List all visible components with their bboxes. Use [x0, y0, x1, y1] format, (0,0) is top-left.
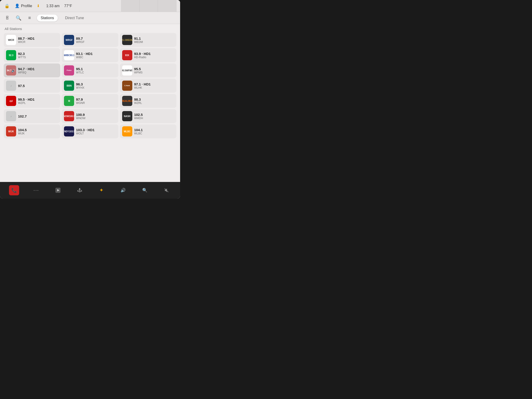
- station-logo: 93X: [122, 50, 132, 60]
- station-callsign: WIBC: [76, 56, 93, 59]
- station-logo: 95.5WFMS: [122, 65, 132, 76]
- station-logo: 94.7 🔊: [6, 65, 16, 76]
- station-logo: BBN: [64, 81, 74, 91]
- station-logo: 92.3: [6, 50, 16, 60]
- station-logo-wrapper: REAL98.3: [122, 96, 132, 106]
- station-frequency: 100.9: [76, 113, 85, 117]
- tab-stations[interactable]: Stations: [37, 14, 58, 21]
- second-bar: 🎚 🔍 ≡ Stations Direct Tune: [0, 12, 180, 24]
- search-bottom-icon[interactable]: 🔍: [140, 186, 149, 195]
- station-callsign: WEDM: [134, 40, 143, 44]
- station-item[interactable]: ♪ 97.5: [4, 79, 60, 93]
- station-info: 95.5 WFMS: [134, 67, 143, 74]
- station-logo: WRGF: [64, 35, 74, 45]
- station-logo-wrapper: WIBC93.1: [64, 50, 74, 60]
- station-frequency: 98.3: [134, 97, 142, 101]
- station-logo-wrapper: ♪: [6, 81, 16, 91]
- station-logo-wrapper: INDY103.5: [64, 126, 74, 136]
- station-logo: 91.1WEDM: [122, 35, 132, 45]
- station-info: 93.9 · HD1 HD-Radio: [134, 52, 151, 59]
- lock-icon[interactable]: 🔒: [4, 3, 10, 9]
- filter-icon[interactable]: ≡: [26, 14, 33, 22]
- profile-label: Profile: [21, 4, 32, 8]
- station-logo-wrapper: Praise: [64, 65, 74, 76]
- station-logo: M: [64, 96, 74, 106]
- station-item[interactable]: WIBC93.1 93.1 · HD1 WIBC: [62, 48, 118, 62]
- station-item[interactable]: zpl 99.5 · HD1 WZPL: [4, 94, 60, 108]
- top-tabs: [121, 0, 176, 12]
- station-item[interactable]: 91.1WEDM 91.1 WEDM: [120, 33, 176, 47]
- volume-icon[interactable]: 🔊: [119, 186, 128, 195]
- station-item[interactable]: WRGF 89.7 WRGF: [62, 33, 118, 47]
- station-item[interactable]: 95.5WFMS 95.5 WFMS: [120, 63, 176, 77]
- station-callsign: WICR: [18, 40, 35, 44]
- station-item[interactable]: WIJK 104.5 WIJK: [4, 124, 60, 138]
- station-item[interactable]: NOW100.9 100.9 WNOW: [62, 109, 118, 123]
- station-item[interactable]: 93X 93.9 · HD1 HD-Radio: [120, 48, 176, 62]
- station-frequency: 96.3: [76, 82, 84, 86]
- bottom-bar: 📞 ··· 🕹 ✦ 🔊 🔍: [0, 182, 180, 199]
- station-item[interactable]: INDY103.5 103.3 · HD1 WOLT: [62, 124, 118, 138]
- station-frequency: 104.1: [134, 128, 143, 132]
- station-item[interactable]: BBN 96.3 WYHX: [62, 79, 118, 93]
- station-item[interactable]: ♪ 102.7: [4, 109, 60, 123]
- station-item[interactable]: C.Hank 97.1 · HD1 WLHK: [120, 79, 176, 93]
- station-item[interactable]: M 97.9 WGNR: [62, 94, 118, 108]
- station-logo-wrapper: M: [64, 96, 74, 106]
- station-item[interactable]: 92.3 92.3 WTTS: [4, 48, 60, 62]
- station-callsign: WTLC: [76, 71, 84, 74]
- temperature-display: 77°F: [64, 4, 72, 8]
- search-icon[interactable]: 🔍: [15, 14, 22, 22]
- station-frequency: 95.5: [134, 67, 143, 71]
- station-info: 98.3 WZRL: [134, 97, 142, 105]
- mute-icon[interactable]: [162, 186, 171, 195]
- station-item[interactable]: Praise 95.1 WTLC: [62, 63, 118, 77]
- station-item[interactable]: NASH 102.5 WMDH: [120, 109, 176, 123]
- station-callsign: WGNR: [76, 101, 85, 105]
- station-item[interactable]: WICR 88.7 · HD1 WICR: [4, 33, 60, 47]
- equalizer-icon[interactable]: 🎚: [4, 14, 11, 22]
- station-callsign: WIJK: [18, 132, 27, 135]
- station-info: 95.1 WTLC: [76, 67, 84, 74]
- station-callsign: WRGF: [76, 40, 84, 44]
- station-callsign: WMDH: [134, 117, 143, 120]
- time-display: 1:33 am: [46, 4, 60, 8]
- media-icon[interactable]: [53, 186, 63, 195]
- station-info: 88.7 · HD1 WICR: [18, 37, 35, 44]
- station-item[interactable]: 94.7 🔊 94.7 · HD1 WFBQ: [4, 63, 60, 77]
- joystick-icon[interactable]: 🕹: [75, 186, 84, 195]
- station-info: 102.7: [18, 114, 27, 118]
- station-item[interactable]: REAL98.3 98.3 WZRL: [120, 94, 176, 108]
- station-logo: WIJK: [6, 126, 16, 136]
- station-logo-wrapper: 92.3: [6, 50, 16, 60]
- station-callsign: WLBC: [134, 132, 143, 135]
- profile-button[interactable]: 👤 Profile: [15, 3, 32, 8]
- station-logo-wrapper: 94.7 🔊: [6, 65, 16, 76]
- station-logo: WICR: [6, 35, 16, 45]
- station-logo: ♪: [6, 81, 16, 91]
- star-icon[interactable]: ✦: [97, 186, 106, 195]
- top-tab-2[interactable]: [139, 0, 158, 12]
- station-logo-wrapper: 95.5WFMS: [122, 65, 132, 76]
- dots-menu[interactable]: ···: [32, 186, 41, 195]
- station-logo-wrapper: 93X: [122, 50, 132, 60]
- station-frequency: 97.1 · HD1: [134, 82, 151, 86]
- station-logo-wrapper: 91.1WEDM: [122, 35, 132, 45]
- top-tab-1[interactable]: [121, 0, 139, 12]
- phone-icon[interactable]: 📞: [9, 185, 19, 195]
- station-callsign: WOLT: [76, 132, 95, 135]
- station-frequency: 99.5 · HD1: [18, 97, 35, 101]
- station-logo: WLBC: [122, 126, 132, 136]
- station-info: 102.5 WMDH: [134, 113, 143, 120]
- station-info: 96.3 WYHX: [76, 82, 84, 89]
- station-logo-wrapper: WICR: [6, 35, 16, 45]
- station-item[interactable]: WLBC 104.1 WLBC: [120, 124, 176, 138]
- station-info: 100.9 WNOW: [76, 113, 85, 120]
- station-info: 99.5 · HD1 WZPL: [18, 97, 35, 105]
- stations-grid: WICR 88.7 · HD1 WICR WRGF 89.7 WRGF 91.1…: [4, 33, 176, 138]
- station-frequency: 103.3 · HD1: [76, 128, 95, 132]
- profile-icon: 👤: [15, 3, 20, 8]
- tab-direct-tune[interactable]: Direct Tune: [61, 14, 88, 21]
- station-info: 89.7 WRGF: [76, 37, 84, 44]
- top-tab-3[interactable]: [158, 0, 176, 12]
